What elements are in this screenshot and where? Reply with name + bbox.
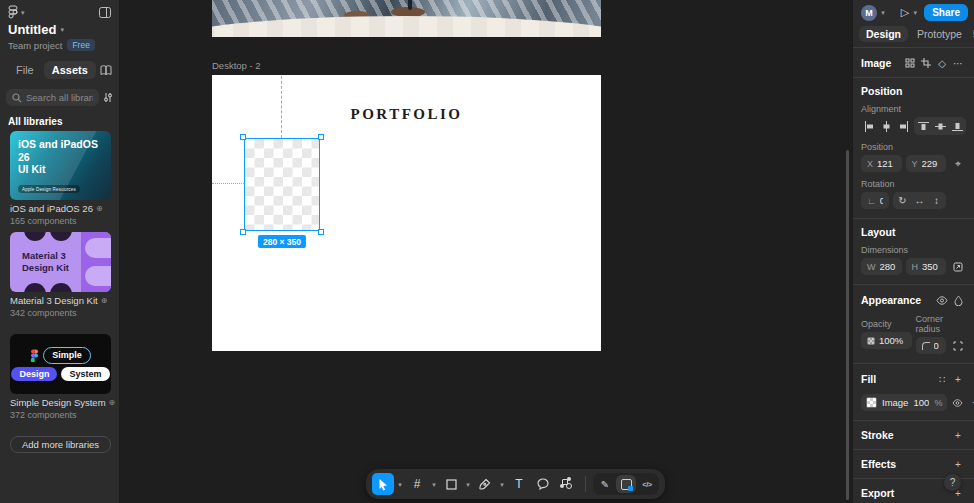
help-button[interactable]: ?: [944, 474, 961, 491]
independent-corners-button[interactable]: [950, 338, 966, 354]
align-left-button[interactable]: [861, 118, 877, 134]
avatar[interactable]: M: [861, 5, 877, 21]
absolute-position-button[interactable]: ⌖: [950, 156, 966, 172]
card-pill: System: [61, 367, 109, 382]
appearance-heading: Appearance: [861, 294, 934, 306]
share-button[interactable]: Share: [924, 4, 968, 21]
align-right-button[interactable]: [895, 118, 911, 134]
y-input[interactable]: [922, 158, 940, 169]
account-menu[interactable]: ▾: [879, 9, 887, 16]
add-fill-button[interactable]: +: [950, 371, 966, 387]
vertical-scrollbar[interactable]: [846, 150, 849, 500]
resize-handle-top-left[interactable]: [240, 134, 246, 140]
frame-label[interactable]: Desktop - 2: [212, 60, 261, 71]
rotation-input[interactable]: [880, 195, 883, 206]
image-placeholder-rect[interactable]: [244, 138, 320, 231]
design-mode-button[interactable]: [616, 475, 636, 493]
align-v-center-icon: [935, 121, 946, 132]
component-icon: ◇: [938, 58, 946, 69]
align-bottom-button[interactable]: [949, 118, 965, 134]
move-tool-button[interactable]: [372, 473, 394, 495]
move-tool-menu[interactable]: ▾: [396, 481, 404, 488]
layout-heading: Layout: [861, 226, 966, 238]
card-title-line: Material 3: [22, 250, 69, 262]
more-options-button[interactable]: ⋯: [950, 55, 966, 71]
remove-fill-button[interactable]: −: [967, 395, 974, 411]
edit-image-button[interactable]: [902, 55, 918, 71]
flip-horizontal-button[interactable]: ↔: [911, 193, 928, 209]
pen-tool-button[interactable]: [474, 473, 496, 495]
align-left-icon: [864, 121, 875, 132]
add-stroke-button[interactable]: +: [950, 427, 966, 443]
flip-vertical-button[interactable]: ↕: [928, 193, 945, 209]
dev-mode-button[interactable]: </>: [637, 475, 657, 493]
shape-tool-button[interactable]: [440, 473, 462, 495]
align-v-center-button[interactable]: [932, 118, 948, 134]
libraries-book-icon[interactable]: [100, 65, 112, 76]
pen-tool-menu[interactable]: ▾: [498, 481, 506, 488]
align-h-center-button[interactable]: [878, 118, 894, 134]
main-menu-button[interactable]: ▾: [8, 5, 25, 19]
add-effect-button[interactable]: +: [950, 456, 966, 472]
visibility-button[interactable]: [934, 292, 950, 308]
crop-button[interactable]: [918, 55, 934, 71]
x-input[interactable]: [877, 158, 895, 169]
resize-handle-top-right[interactable]: [318, 134, 324, 140]
text-tool-icon: T: [515, 477, 522, 491]
position-label: Position: [861, 142, 966, 152]
resize-handle-bottom-right[interactable]: [318, 229, 324, 235]
filter-icon[interactable]: [103, 92, 113, 103]
search-input[interactable]: [26, 92, 93, 103]
image-grid-icon: [905, 58, 915, 68]
canvas[interactable]: Desktop - 2 PORTFOLIO 280 × 350 ▾ # ▾ ▾ …: [120, 0, 852, 503]
height-input[interactable]: [922, 261, 940, 272]
frame-tool-button[interactable]: #: [406, 473, 428, 495]
fill-row[interactable]: Image %: [861, 394, 947, 411]
mode-toggle-group: ✎ </>: [593, 473, 659, 495]
draw-mode-button[interactable]: ✎: [595, 475, 615, 493]
card-title-line: UI Kit: [18, 163, 103, 176]
frame-desktop-1-photo[interactable]: [212, 0, 601, 37]
align-top-button[interactable]: [915, 118, 931, 134]
tab-file[interactable]: File: [8, 61, 42, 79]
fill-styles-button[interactable]: ∷: [934, 371, 950, 387]
more-icon: ⋯: [953, 58, 963, 69]
frame-tool-menu[interactable]: ▾: [430, 481, 438, 488]
opacity-input[interactable]: [879, 335, 906, 346]
actions-icon: [561, 478, 573, 490]
marker-icon: ✎: [601, 479, 609, 490]
blend-mode-button[interactable]: [950, 292, 966, 308]
tab-prototype[interactable]: Prototype: [910, 26, 969, 42]
width-field-label: W: [867, 262, 876, 272]
fill-visibility-button[interactable]: [949, 395, 965, 411]
plus-icon: +: [955, 374, 961, 385]
corner-radius-input[interactable]: [934, 340, 941, 351]
file-title-menu[interactable]: Untitled ▾: [8, 22, 64, 37]
present-button[interactable]: ▷: [901, 6, 909, 19]
constrain-proportions-button[interactable]: [950, 259, 966, 275]
tab-design[interactable]: Design: [859, 26, 908, 42]
portfolio-heading[interactable]: PORTFOLIO: [212, 106, 601, 123]
comment-tool-button[interactable]: [532, 473, 554, 495]
toggle-sidebar-button[interactable]: [99, 7, 111, 18]
chevron-down-icon: ▾: [432, 481, 436, 488]
add-more-libraries-button[interactable]: Add more libraries: [10, 436, 111, 453]
library-card-material[interactable]: Material 3 Design Kit: [10, 232, 111, 292]
text-tool-button[interactable]: T: [508, 473, 530, 495]
rotate-button[interactable]: ↻: [894, 193, 911, 209]
actions-tool-button[interactable]: [556, 473, 578, 495]
selected-image-placeholder[interactable]: 280 × 350: [244, 138, 320, 231]
resize-handle-bottom-left[interactable]: [240, 229, 246, 235]
droplet-icon: [954, 295, 963, 306]
create-component-button[interactable]: ◇: [934, 55, 950, 71]
tab-assets[interactable]: Assets: [44, 61, 96, 79]
width-input[interactable]: [880, 261, 896, 272]
library-card-simple[interactable]: Simple Design System: [10, 334, 111, 394]
present-menu[interactable]: ▾: [911, 9, 919, 16]
library-card-ios[interactable]: iOS and iPadOS 26 UI Kit Apple Design Re…: [10, 131, 111, 200]
fill-swatch[interactable]: [866, 397, 877, 408]
fill-opacity-input[interactable]: [913, 397, 929, 408]
shape-tool-menu[interactable]: ▾: [464, 481, 472, 488]
library-name: Material 3 Design Kit: [10, 295, 98, 306]
play-icon: ▷: [901, 6, 909, 18]
